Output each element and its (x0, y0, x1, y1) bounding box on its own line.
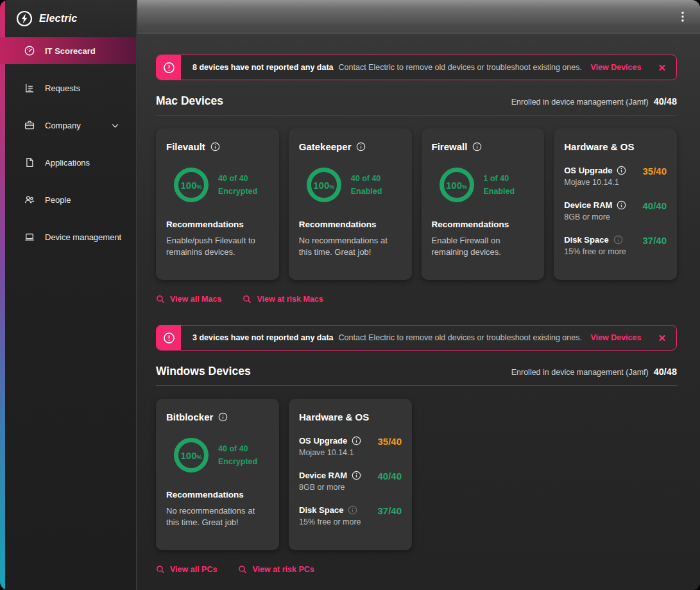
sidebar-item-device-management[interactable]: Device management (0, 223, 136, 250)
briefcase-icon (24, 119, 35, 131)
recommendations-heading: Recommendations (166, 220, 269, 229)
mac-links-row: View all Macs View at risk Macs (156, 295, 677, 304)
enrollment-summary: Enrolled in device management (Jamf) 40/… (511, 367, 677, 377)
percent-value: 100 (180, 180, 196, 191)
hw-subtext: 15% free or more (564, 247, 642, 256)
close-icon[interactable]: ✕ (658, 63, 666, 73)
logo: Electric (0, 0, 136, 37)
alert-bold-text: 3 devices have not reported any data (192, 333, 334, 342)
hw-row-disk-space: Disk Space 15% free or more 37/40 (564, 235, 667, 256)
section-divider (156, 115, 677, 116)
info-icon[interactable] (356, 142, 366, 152)
app-window: Electric IT Scorecard Requests Company (0, 0, 700, 590)
electric-bolt-logo-icon (16, 10, 33, 27)
mac-alert-banner: 8 devices have not reported any data Con… (156, 55, 677, 80)
windows-hardware-os-card: Hardware & OS OS Upgrade Mojave 10.14.1 … (289, 399, 412, 550)
stat-line1: 40 of 40 (218, 442, 257, 455)
card-title: Hardware & OS (299, 412, 369, 422)
stat-line2: Enabled (484, 185, 515, 198)
hw-label: OS Upgrade (564, 166, 612, 175)
request-list-icon (24, 82, 35, 94)
gauge: 100% 40 of 40 Enabled (299, 168, 402, 202)
sidebar-item-label: IT Scorecard (45, 46, 96, 56)
info-icon[interactable] (613, 235, 623, 245)
scroll-area: 8 devices have not reported any data Con… (137, 33, 700, 590)
percent-symbol: % (197, 184, 202, 190)
search-icon (156, 565, 165, 574)
view-all-pcs-link[interactable]: View all PCs (156, 565, 217, 574)
filevault-card: Filevault 100% 40 of 40 Encrypted (156, 128, 279, 280)
stat-line1: 40 of 40 (218, 172, 257, 185)
info-icon[interactable] (472, 142, 482, 152)
sidebar-item-it-scorecard[interactable]: IT Scorecard (0, 37, 136, 64)
recommendations-heading: Recommendations (432, 220, 534, 229)
stat-line1: 1 of 40 (484, 172, 515, 185)
hw-row-device-ram: Device RAM 8GB or more 40/40 (299, 471, 402, 492)
info-icon[interactable] (218, 412, 228, 422)
sidebar-item-label: Applications (45, 158, 90, 168)
percent-symbol: % (462, 184, 467, 190)
hw-value: 37/40 (642, 235, 667, 246)
section-divider (156, 385, 677, 386)
hw-label: Device RAM (299, 471, 347, 480)
gauge-stat: 40 of 40 Encrypted (218, 442, 257, 468)
enrolled-label: Enrolled in device management (Jamf) (511, 368, 649, 377)
chevron-down-icon[interactable] (110, 121, 120, 130)
recommendations-body: Enable Firewall on remaining devices. (432, 235, 534, 258)
info-icon[interactable] (352, 471, 361, 480)
recommendations-body: Enable/push Filevault to remainins devic… (166, 235, 269, 258)
top-bar (137, 0, 700, 33)
mac-section-header: Mac Devices Enrolled in device managemen… (156, 94, 677, 108)
enrolled-value: 40/48 (654, 96, 677, 107)
sidebar-item-applications[interactable]: Applications (0, 149, 136, 176)
view-devices-link[interactable]: View Devices (590, 63, 641, 72)
windows-section-header: Windows Devices Enrolled in device manag… (156, 365, 677, 378)
view-all-macs-link[interactable]: View all Macs (156, 295, 221, 304)
progress-ring: 100% (440, 168, 474, 202)
bitblocker-card: Bitblocker 100% 40 of 40 Encrypted (156, 399, 279, 550)
sidebar-item-people[interactable]: People (0, 186, 136, 213)
info-icon[interactable] (617, 200, 626, 210)
info-icon[interactable] (352, 436, 361, 446)
alert-body-text: Contact Electric to remove old devices o… (339, 333, 582, 342)
hw-row-device-ram: Device RAM 8GB or more 40/40 (564, 200, 667, 221)
sidebar-item-company[interactable]: Company (0, 112, 136, 139)
gauge-stat: 1 of 40 Enabled (484, 172, 515, 198)
progress-ring: 100% (174, 168, 209, 202)
view-devices-link[interactable]: View Devices (590, 333, 641, 342)
enrolled-value: 40/48 (654, 367, 677, 377)
close-icon[interactable]: ✕ (658, 333, 666, 343)
view-at-risk-macs-link[interactable]: View at risk Macs (243, 295, 323, 304)
stat-line1: 40 of 40 (351, 172, 382, 185)
enrolled-label: Enrolled in device management (Jamf) (511, 98, 649, 107)
hw-label: Disk Space (564, 235, 608, 245)
sidebar-nav: IT Scorecard Requests Company (0, 37, 136, 250)
screen: Electric IT Scorecard Requests Company (0, 0, 700, 590)
windows-cards-row: Bitblocker 100% 40 of 40 Encrypted (156, 399, 677, 550)
gauge-icon (24, 45, 35, 56)
gauge-stat: 40 of 40 Encrypted (218, 172, 257, 198)
hw-subtext: 8GB or more (564, 213, 642, 221)
progress-ring: 100% (174, 438, 209, 473)
link-label: View at risk PCs (252, 565, 314, 574)
windows-links-row: View all PCs View at risk PCs (156, 565, 677, 574)
info-icon[interactable] (348, 505, 357, 515)
sidebar-item-label: Requests (45, 83, 80, 93)
card-title: Filevault (166, 141, 205, 152)
hw-value: 37/40 (377, 505, 402, 516)
alert-bold-text: 8 devices have not reported any data (192, 63, 334, 72)
percent-value: 100 (180, 450, 196, 461)
hw-subtext: Mojave 10.14.1 (564, 178, 642, 187)
hw-value: 40/40 (377, 471, 402, 482)
hw-row-os-upgrade: OS Upgrade Mojave 10.14.1 35/40 (299, 436, 402, 457)
info-icon[interactable] (617, 166, 626, 175)
hw-row-disk-space: Disk Space 15% free or more 37/40 (299, 505, 402, 526)
section-title: Mac Devices (156, 94, 223, 108)
section-title: Windows Devices (156, 365, 251, 378)
info-icon[interactable] (210, 142, 220, 152)
card-title: Gatekeeper (299, 141, 352, 152)
hw-label: Disk Space (299, 505, 343, 515)
view-at-risk-pcs-link[interactable]: View at risk PCs (238, 565, 314, 574)
kebab-menu-icon[interactable] (678, 11, 687, 22)
sidebar-item-requests[interactable]: Requests (0, 74, 136, 101)
